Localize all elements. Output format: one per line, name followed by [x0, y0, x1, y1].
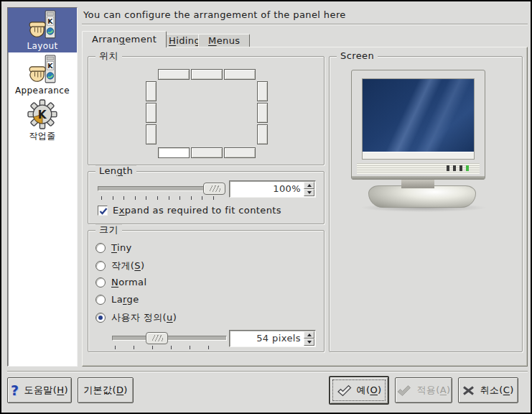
monitor-button [447, 165, 449, 171]
sidebar-item-layout[interactable]: Layout [8, 8, 77, 52]
size-spin-up-button[interactable] [304, 331, 314, 339]
help-icon: ? [11, 382, 19, 398]
down-arrow-icon [307, 191, 312, 194]
panel-hand-icon [8, 55, 77, 85]
monitor-base [368, 185, 476, 208]
length-slider-handle[interactable] [203, 183, 225, 195]
length-spinbox-value: 100% [233, 181, 301, 197]
position-top-center-button[interactable] [191, 69, 223, 80]
position-left-bottom-button[interactable] [146, 124, 157, 144]
help-button[interactable]: ? 도움말(H) [7, 377, 72, 403]
size-option-small: 작게(S) [95, 259, 144, 272]
position-top-right-button[interactable] [224, 69, 256, 80]
monitor-body-bottom [352, 176, 485, 180]
up-arrow-icon [307, 334, 312, 336]
custom-size-spinbox-value: 54 pixels [233, 331, 301, 346]
position-right-top-button[interactable] [257, 81, 268, 101]
size-option-tiny: Tiny [95, 242, 132, 253]
panel-hand-icon [8, 10, 77, 40]
position-right-middle-button[interactable] [257, 103, 268, 123]
size-group-title: 크기 [95, 224, 122, 236]
check-icon [337, 385, 352, 397]
screen-group: Screen [329, 56, 523, 352]
monitor-button [459, 165, 462, 171]
tab-menus[interactable]: Menus [198, 34, 250, 47]
position-left-top-button[interactable] [146, 81, 157, 101]
custom-size-slider[interactable] [112, 336, 227, 341]
size-group: 크기 Tiny 작게(S) Normal Large 사용자 정의(u) 54 … [88, 230, 325, 352]
kde-gear-icon [8, 99, 77, 129]
panel-config-dialog: Layout Appearance 작업줄 You can configure … [0, 0, 532, 414]
length-group: Length 100% Expand as required to fit co… [88, 171, 325, 224]
size-option-custom: 사용자 정의(u) [95, 311, 177, 324]
radio-normal[interactable] [95, 277, 106, 288]
radio-custom[interactable] [95, 313, 106, 323]
position-bottom-left-button[interactable] [158, 147, 190, 158]
position-bottom-right-button[interactable] [224, 147, 256, 158]
radio-tiny[interactable] [95, 243, 106, 253]
size-option-normal: Normal [95, 277, 146, 288]
length-group-title: Length [95, 165, 136, 177]
radio-small[interactable] [95, 261, 106, 271]
position-left-middle-button[interactable] [146, 103, 157, 123]
size-option-large: Large [95, 294, 139, 305]
down-arrow-icon [307, 341, 312, 344]
up-arrow-icon [307, 184, 312, 187]
cancel-button[interactable]: 취소(C) [458, 377, 518, 403]
module-description: You can configure the arrangement of the… [83, 9, 346, 20]
footer-separator [7, 371, 528, 372]
monitor-body [351, 70, 485, 180]
checkmark-icon [98, 206, 108, 216]
monitor-buttons [447, 165, 469, 171]
tab-arrangement[interactable]: Arrangement [82, 31, 167, 47]
radio-large[interactable] [95, 295, 106, 305]
position-group-title: 위치 [95, 50, 122, 62]
sidebar-item-taskbar[interactable]: 작업줄 [8, 97, 77, 142]
length-slider-ticks [101, 196, 225, 200]
sidebar-item-label: Layout [8, 41, 77, 51]
sidebar-item-appearance[interactable]: Appearance [8, 52, 77, 97]
ok-button[interactable]: 예(O) [329, 376, 389, 405]
check-icon [396, 385, 411, 397]
module-sidebar-list: Layout Appearance 작업줄 [7, 7, 78, 367]
header-separator [82, 24, 528, 25]
x-icon [462, 385, 475, 396]
custom-size-spinbox[interactable]: 54 pixels [229, 330, 316, 347]
monitor-preview [351, 70, 502, 213]
position-bottom-center-button[interactable] [191, 147, 223, 158]
expand-checkbox[interactable] [98, 206, 108, 216]
position-top-left-button[interactable] [158, 69, 190, 80]
expand-checkbox-row: Expand as required to fit contents [98, 205, 281, 216]
position-right-bottom-button[interactable] [257, 124, 268, 144]
apply-button[interactable]: 적용(A) [395, 377, 452, 403]
sidebar-item-label: Appearance [8, 86, 77, 96]
sidebar-item-label: 작업줄 [8, 130, 77, 142]
length-spin-down-button[interactable] [304, 189, 314, 196]
defaults-button[interactable]: 기본값(D) [78, 377, 134, 403]
expand-checkbox-label: Expand as required to fit contents [113, 205, 281, 216]
size-spin-down-button[interactable] [304, 339, 314, 346]
custom-size-slider-handle[interactable] [146, 332, 168, 344]
position-group: 위치 [88, 56, 325, 165]
power-led [466, 165, 469, 171]
screen-group-title: Screen [337, 50, 378, 62]
length-spin-up-button[interactable] [304, 182, 314, 189]
monitor-stand [401, 179, 434, 188]
monitor-button [453, 165, 456, 171]
monitor-screen [362, 78, 475, 160]
custom-size-slider-ticks [115, 346, 227, 349]
length-spinbox[interactable]: 100% [229, 180, 316, 198]
panel-preview-strip [363, 152, 474, 159]
